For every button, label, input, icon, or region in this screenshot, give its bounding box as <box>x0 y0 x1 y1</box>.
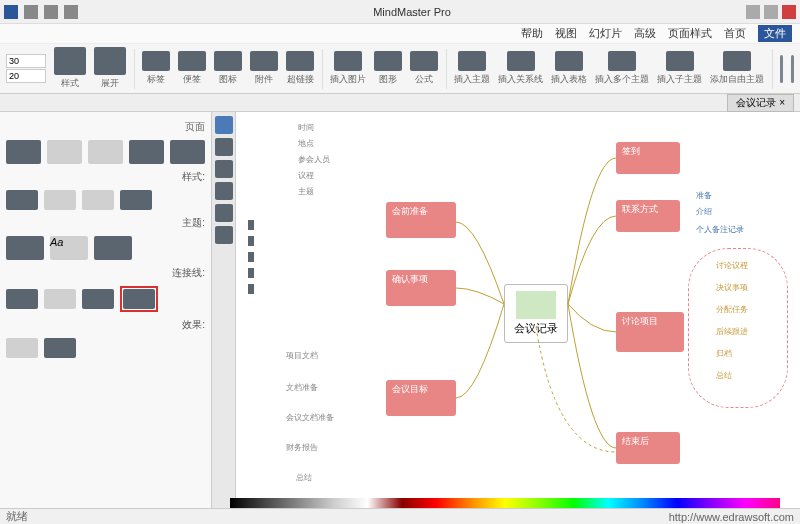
leaf[interactable]: 文档准备 <box>286 382 318 393</box>
color-palette[interactable] <box>230 498 780 508</box>
extra-button-1[interactable] <box>780 55 783 83</box>
extra-button-2[interactable] <box>791 55 794 83</box>
relation-icon[interactable] <box>507 51 535 71</box>
subtopic-icon[interactable] <box>666 51 694 71</box>
left-panel: 页面 样式: 主题: Aa 连接线: 效果: <box>0 112 212 520</box>
vertical-toolbar <box>212 112 236 520</box>
status-left: 就绪 <box>6 509 28 524</box>
theme-opt-3[interactable] <box>94 236 132 260</box>
vtool-pointer-icon[interactable] <box>215 116 233 134</box>
node-signin[interactable]: 签到 <box>616 142 680 174</box>
layout-opt-1[interactable] <box>6 140 41 164</box>
menu-file[interactable]: 文件 <box>758 25 792 42</box>
max-icon[interactable] <box>764 5 778 19</box>
layout-opt-2[interactable] <box>47 140 82 164</box>
formula-icon[interactable] <box>410 51 438 71</box>
spin-height[interactable] <box>6 69 46 83</box>
leaf[interactable]: 财务报告 <box>286 442 318 453</box>
tag-icon[interactable] <box>142 51 170 71</box>
spin-width[interactable] <box>6 54 46 68</box>
vtool-5-icon[interactable] <box>215 204 233 222</box>
leaf[interactable]: 时间 <box>298 122 314 133</box>
status-url: http://www.edrawsoft.com <box>669 511 794 523</box>
save-icon[interactable] <box>64 5 78 19</box>
leaf[interactable]: 地点 <box>298 138 314 149</box>
leaf[interactable]: 总结 <box>716 370 732 381</box>
menu-home[interactable]: 首页 <box>724 26 746 41</box>
statusbar: 就绪 http://www.edrawsoft.com <box>0 508 800 524</box>
central-node[interactable]: 会议记录 <box>504 284 568 343</box>
redo-icon[interactable] <box>44 5 58 19</box>
theme-opt-1[interactable] <box>6 236 44 260</box>
note-icon[interactable] <box>178 51 206 71</box>
leaf[interactable]: 主题 <box>298 186 314 197</box>
conn-opt-selected[interactable] <box>120 286 158 312</box>
document-tab[interactable]: 会议记录 × <box>727 94 794 112</box>
leaf[interactable]: 总结 <box>296 472 312 483</box>
app-icon <box>4 5 18 19</box>
leaf[interactable]: 议程 <box>298 170 314 181</box>
layout-opt-5[interactable] <box>170 140 205 164</box>
effect-opt-1[interactable] <box>6 338 38 358</box>
vtool-3-icon[interactable] <box>215 160 233 178</box>
leaf[interactable]: 分配任务 <box>716 304 748 315</box>
vtool-6-icon[interactable] <box>215 226 233 244</box>
leaf[interactable]: 会议文档准备 <box>286 412 334 423</box>
vtool-2-icon[interactable] <box>215 138 233 156</box>
leaf[interactable]: 讨论议程 <box>716 260 748 271</box>
layout-opt-3[interactable] <box>88 140 123 164</box>
leaf[interactable]: 个人备注记录 <box>696 224 744 235</box>
multi-topic-icon[interactable] <box>608 51 636 71</box>
ribbon: 样式 展开 标签 便签 图标 附件 超链接 插入图片 图形 公式 插入主题 插入… <box>0 44 800 94</box>
mindmap-canvas[interactable]: 会议记录 会前准备 确认事项 会议目标 签到 联系方式 讨论项目 结束后 时间 … <box>236 112 800 520</box>
table-icon[interactable] <box>555 51 583 71</box>
leaf[interactable]: 项目文档 <box>286 350 318 361</box>
menu-view[interactable]: 视图 <box>555 26 577 41</box>
free-topic-icon[interactable] <box>723 51 751 71</box>
style-button[interactable] <box>54 47 86 75</box>
undo-icon[interactable] <box>24 5 38 19</box>
node-after[interactable]: 结束后 <box>616 432 680 464</box>
min-icon[interactable] <box>746 5 760 19</box>
style-opt-2[interactable] <box>44 190 76 210</box>
menu-pagestyle[interactable]: 页面样式 <box>668 26 712 41</box>
node-confirm[interactable]: 确认事项 <box>386 270 456 306</box>
node-discuss[interactable]: 讨论项目 <box>616 312 684 352</box>
leaf[interactable]: 决议事项 <box>716 282 748 293</box>
bar-icon <box>248 268 254 278</box>
leaf[interactable]: 归档 <box>716 348 732 359</box>
topic-icon[interactable] <box>458 51 486 71</box>
node-contact[interactable]: 联系方式 <box>616 200 680 232</box>
panel-title: 页面 <box>6 120 205 134</box>
style-opt-4[interactable] <box>120 190 152 210</box>
conn-opt-1[interactable] <box>6 289 38 309</box>
effect-opt-2[interactable] <box>44 338 76 358</box>
menu-advanced[interactable]: 高级 <box>634 26 656 41</box>
image-icon[interactable] <box>334 51 362 71</box>
conn-opt-2[interactable] <box>44 289 76 309</box>
node-goal[interactable]: 会议目标 <box>386 380 456 416</box>
bar-icon <box>248 252 254 262</box>
close-icon[interactable] <box>782 5 796 19</box>
attach-icon[interactable] <box>250 51 278 71</box>
menu-help[interactable]: 帮助 <box>521 26 543 41</box>
leaf[interactable]: 介绍 <box>696 206 712 217</box>
leaf[interactable]: 参会人员 <box>298 154 330 165</box>
bar-icon <box>248 220 254 230</box>
ribbon-icon-mark[interactable] <box>214 51 242 71</box>
layout-opt-4[interactable] <box>129 140 164 164</box>
expand-button[interactable] <box>94 47 126 75</box>
window-title: MindMaster Pro <box>78 6 746 18</box>
theme-opt-2[interactable]: Aa <box>50 236 88 260</box>
node-before[interactable]: 会前准备 <box>386 202 456 238</box>
link-icon[interactable] <box>286 51 314 71</box>
conn-opt-3[interactable] <box>82 289 114 309</box>
menu-slide[interactable]: 幻灯片 <box>589 26 622 41</box>
leaf[interactable]: 后续跟进 <box>716 326 748 337</box>
style-opt-1[interactable] <box>6 190 38 210</box>
style-opt-3[interactable] <box>82 190 114 210</box>
vtool-4-icon[interactable] <box>215 182 233 200</box>
leaf[interactable]: 准备 <box>696 190 712 201</box>
bar-icon <box>248 284 254 294</box>
shape-icon[interactable] <box>374 51 402 71</box>
